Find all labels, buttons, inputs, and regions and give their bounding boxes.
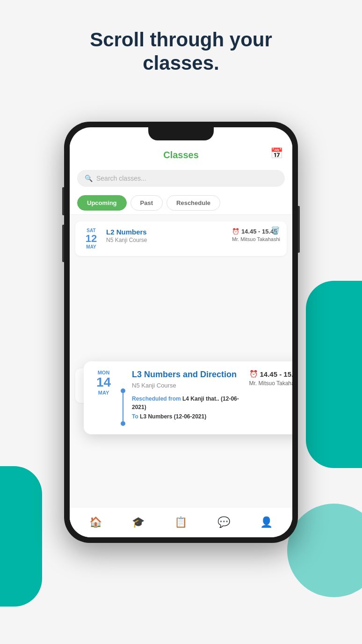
expanded-course: N5 Kanji Course: [132, 382, 243, 389]
phone-button-volume-up: [62, 187, 64, 215]
bottom-nav: 🏠 🎓 📋 💬 👤: [70, 507, 292, 537]
expanded-time-range: ⏰ 14.45 - 15.45: [249, 370, 293, 378]
hero-section: Scroll through your classes.: [0, 28, 362, 75]
phone-frame: Classes 📅 🔍 Search classes... Upcoming P…: [64, 122, 298, 543]
search-icon: 🔍: [85, 175, 93, 182]
nav-messages[interactable]: 💬: [217, 516, 230, 528]
phone-button-volume-down: [62, 225, 64, 262]
app-screen: Classes 📅 🔍 Search classes... Upcoming P…: [70, 141, 292, 537]
reschedule-from-text: Rescheduled from L4 Kanji that.. (12-06-…: [132, 395, 243, 411]
timeline-dot-top: [121, 388, 125, 393]
card-info-1: L2 Numbers N5 Kanji Course: [106, 228, 226, 243]
app-title: Classes: [163, 150, 199, 161]
reschedule-to-text: To L3 Numbers (12-06-2021): [132, 413, 243, 420]
phone-inner: Classes 📅 🔍 Search classes... Upcoming P…: [70, 127, 292, 537]
bg-decoration-bottom-left: [0, 466, 42, 607]
class-name-1: L2 Numbers: [106, 228, 226, 236]
tasks-icon: 📋: [174, 516, 187, 528]
date-block-1: SAT 12 MAY: [82, 228, 101, 249]
nav-profile[interactable]: 👤: [260, 516, 273, 528]
clock-icon-1: ⏰: [232, 228, 239, 235]
class-card-2-expanded: MON 14 MAY L3 Numbers and Direction N5 K…: [84, 361, 292, 434]
timeline-line: [123, 393, 123, 421]
bg-decoration-bottom-right: [287, 504, 362, 597]
timeline: [121, 370, 125, 426]
hero-title: Scroll through your classes.: [0, 28, 362, 75]
phone-button-power: [298, 206, 300, 253]
expanded-date-num: 14: [93, 375, 114, 390]
date-num-1: 12: [82, 233, 101, 244]
nav-home[interactable]: 🏠: [89, 516, 102, 528]
course-name-1: N5 Kanji Course: [106, 237, 226, 243]
search-box[interactable]: 🔍 Search classes...: [77, 170, 285, 187]
spacer: [70, 259, 292, 366]
expanded-class-name: L3 Numbers and Direction: [132, 370, 243, 380]
expanded-month: MAY: [93, 390, 114, 395]
phone-notch: [148, 127, 214, 140]
expanded-date-block: MON 14 MAY: [93, 370, 114, 426]
tab-upcoming[interactable]: Upcoming: [77, 195, 127, 211]
expanded-time-info: ⏰ 14.45 - 15.45 Mr. Mitsuo Takahashi: [249, 370, 293, 426]
class-card-1: SAT 12 MAY L2 Numbers N5 Kanji Course 🗑️…: [75, 221, 287, 256]
month-1: MAY: [82, 244, 101, 249]
time-info-1: 🗑️ ⏰ 14.45 - 15.45 Mr. Mitsuo Takahashi: [232, 228, 280, 242]
tabs-container: Upcoming Past Reschedule: [70, 191, 292, 215]
tab-past[interactable]: Past: [130, 195, 163, 211]
expanded-teacher: Mr. Mitsuo Takahashi: [249, 380, 293, 387]
messages-icon: 💬: [217, 516, 230, 528]
expanded-clock-icon: ⏰: [249, 370, 258, 378]
classes-icon: 🎓: [132, 516, 145, 528]
teacher-1: Mr. Mitsuo Takahashi: [232, 236, 280, 242]
search-container: 🔍 Search classes...: [70, 165, 292, 191]
bg-decoration-right: [306, 281, 362, 468]
delete-icon-1[interactable]: 🗑️: [271, 226, 280, 235]
home-icon: 🏠: [89, 516, 102, 528]
nav-tasks[interactable]: 📋: [174, 516, 187, 528]
tab-reschedule[interactable]: Reschedule: [167, 195, 220, 211]
timeline-dot-bottom: [121, 421, 125, 426]
app-header: Classes 📅: [70, 141, 292, 165]
search-placeholder: Search classes...: [96, 175, 146, 182]
profile-icon: 👤: [260, 516, 273, 528]
expanded-info: L3 Numbers and Direction N5 Kanji Course…: [132, 370, 243, 426]
class-list: SAT 12 MAY L2 Numbers N5 Kanji Course 🗑️…: [70, 215, 292, 527]
nav-classes[interactable]: 🎓: [132, 516, 145, 528]
calendar-icon[interactable]: 📅: [270, 147, 283, 160]
